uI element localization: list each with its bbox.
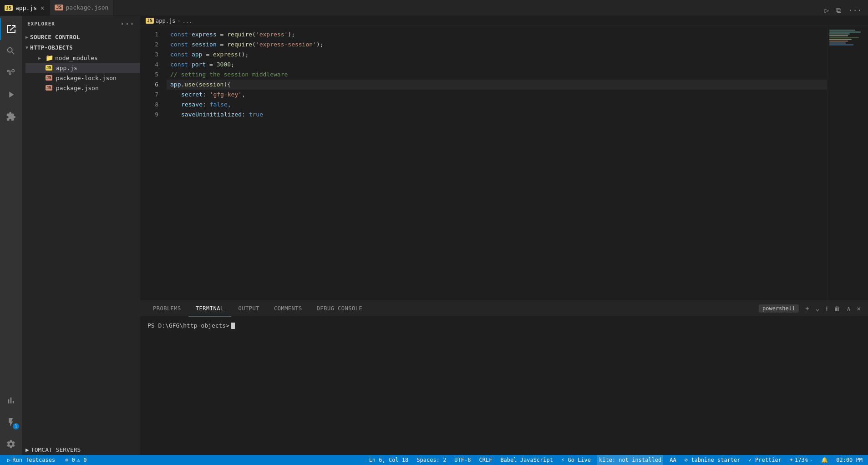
package-json-label: package.json bbox=[56, 85, 99, 91]
tab-debug-console[interactable]: DEBUG CONSOLE bbox=[310, 301, 370, 317]
tree-item-package-json[interactable]: JS package.json bbox=[25, 83, 140, 93]
tab-label-package-json: package.json bbox=[66, 4, 109, 11]
folder-icon-node-modules: 📁 bbox=[46, 54, 53, 61]
notification-button[interactable]: 🔔 bbox=[819, 455, 830, 465]
tabnine-button[interactable]: ⊘ tabnine starter bbox=[683, 455, 742, 465]
activity-item-settings[interactable] bbox=[0, 433, 22, 455]
activity-item-run[interactable] bbox=[0, 84, 22, 106]
tab-bar: JS app.js ✕ JS package.json ▷ ⧉ ··· bbox=[0, 0, 868, 16]
js-icon-sidebar: JS bbox=[46, 65, 52, 71]
http-objects-section[interactable]: ▼ HTTP-OBJECTS bbox=[22, 42, 140, 53]
tomcat-section[interactable]: ▶ TOMCAT SERVERS bbox=[22, 445, 140, 455]
run-testcases-button[interactable]: ▷ Run Testcases bbox=[4, 455, 59, 465]
json-icon-sidebar: JS bbox=[46, 85, 52, 91]
maximize-terminal-button[interactable]: ∧ bbox=[845, 304, 852, 313]
activity-item-extensions[interactable] bbox=[0, 106, 22, 127]
activity-item-explorer[interactable] bbox=[0, 18, 22, 40]
prettier-button[interactable]: ✓ Prettier bbox=[747, 455, 783, 465]
activity-item-search[interactable] bbox=[0, 40, 22, 62]
kite-button[interactable]: kite: not installed bbox=[597, 455, 663, 465]
tomcat-chevron: ▶ bbox=[25, 446, 29, 453]
breadcrumb: JS app.js › ... bbox=[140, 16, 868, 26]
main-area: 1 EXPLORER ··· ▶ SOURCE CONTROL ▼ HTTP-O… bbox=[0, 16, 868, 455]
sidebar-more-actions[interactable]: ··· bbox=[120, 20, 135, 28]
status-right: Ln 6, Col 18 Spaces: 2 UTF-8 CRLF Babel … bbox=[367, 455, 864, 465]
bell-icon: 🔔 bbox=[821, 457, 828, 463]
code-line-7: secret: 'gfg-key', bbox=[167, 90, 827, 100]
tree-item-package-lock[interactable]: JS package-lock.json bbox=[25, 73, 140, 83]
status-bar: ▷ Run Testcases ⊗ 0 ⚠ 0 Ln 6, Col 18 Spa… bbox=[0, 455, 868, 465]
terminal-prompt-text: PS D:\GFG\http-objects> bbox=[147, 322, 229, 329]
time-label: 02:00 PM bbox=[834, 455, 864, 465]
node-modules-chevron: ▶ bbox=[38, 56, 44, 61]
terminal-content[interactable]: PS D:\GFG\http-objects> bbox=[140, 317, 868, 455]
aa-button[interactable]: AA bbox=[668, 455, 678, 465]
sidebar-header: EXPLORER ··· bbox=[22, 16, 140, 32]
code-line-6: app.use(session({ bbox=[167, 80, 827, 90]
encoding-button[interactable]: UTF-8 bbox=[452, 455, 472, 465]
source-control-section[interactable]: ▶ SOURCE CONTROL bbox=[22, 32, 140, 42]
code-content[interactable]: const express = require('express'); cons… bbox=[163, 26, 827, 300]
code-line-3: const app = express(); bbox=[167, 50, 827, 60]
code-line-5: // setting the session middleware bbox=[167, 70, 827, 80]
terminal-cursor bbox=[231, 323, 235, 329]
aa-label: AA bbox=[670, 457, 676, 463]
spaces-button[interactable]: Spaces: 2 bbox=[415, 455, 448, 465]
line-col-label: Ln 6, Col 18 bbox=[369, 457, 409, 463]
go-live-label: ⚡ Go Live bbox=[561, 457, 591, 463]
trash-terminal-button[interactable]: 🗑 bbox=[832, 304, 842, 313]
tab-bar-actions: ▷ ⧉ ··· bbox=[822, 5, 868, 15]
json-icon-tab: JS bbox=[55, 5, 63, 10]
go-live-button[interactable]: ⚡ Go Live bbox=[559, 455, 593, 465]
tree-item-app-js[interactable]: JS app.js bbox=[25, 63, 140, 73]
tab-terminal[interactable]: TERMINAL bbox=[188, 301, 231, 317]
run-button[interactable]: ▷ bbox=[822, 5, 831, 15]
tab-comments-label: COMMENTS bbox=[274, 305, 302, 312]
code-line-9: saveUninitialized: true bbox=[167, 110, 827, 120]
breadcrumb-file[interactable]: app.js bbox=[156, 18, 175, 24]
editor-area: JS app.js › ... 1 2 3 4 5 6 7 8 9 const … bbox=[140, 16, 868, 455]
breadcrumb-sep: › bbox=[177, 18, 180, 24]
tree-item-node-modules[interactable]: ▶ 📁 node_modules bbox=[25, 53, 140, 63]
language-button[interactable]: Babel JavaScript bbox=[498, 455, 555, 465]
terminal-tabs: PROBLEMS TERMINAL OUTPUT COMMENTS DEBUG … bbox=[140, 301, 868, 317]
line-ending-label: CRLF bbox=[479, 457, 492, 463]
tab-close-app-js[interactable]: ✕ bbox=[40, 4, 45, 11]
tab-problems-label: PROBLEMS bbox=[153, 305, 181, 312]
sidebar: EXPLORER ··· ▶ SOURCE CONTROL ▼ HTTP-OBJ… bbox=[22, 16, 140, 455]
http-objects-chevron: ▼ bbox=[25, 45, 28, 50]
activity-item-source-control[interactable] bbox=[0, 62, 22, 84]
line-col-button[interactable]: Ln 6, Col 18 bbox=[367, 455, 411, 465]
split-terminal-button[interactable]: ⫲ bbox=[824, 304, 829, 313]
tab-package-json[interactable]: JS package.json bbox=[50, 0, 113, 15]
activity-bar: 1 bbox=[0, 16, 22, 455]
add-terminal-button[interactable]: + bbox=[803, 304, 811, 313]
tab-comments[interactable]: COMMENTS bbox=[267, 301, 310, 317]
prettier-label: ✓ Prettier bbox=[749, 457, 782, 463]
tab-app-js[interactable]: JS app.js ✕ bbox=[0, 0, 50, 15]
more-actions-button[interactable]: ··· bbox=[847, 5, 863, 15]
breadcrumb-js-icon: JS bbox=[146, 18, 154, 24]
terminal-chevron-button[interactable]: ⌄ bbox=[814, 304, 821, 313]
js-icon: JS bbox=[5, 5, 13, 11]
code-line-2: const session = require('express-session… bbox=[167, 40, 827, 50]
tab-output[interactable]: OUTPUT bbox=[231, 301, 267, 317]
tomcat-label: TOMCAT SERVERS bbox=[31, 446, 81, 453]
activity-item-lightning[interactable]: 1 bbox=[0, 411, 22, 433]
close-terminal-button[interactable]: ✕ bbox=[855, 304, 863, 313]
breadcrumb-dots[interactable]: ... bbox=[183, 18, 193, 24]
terminal-panel: PROBLEMS TERMINAL OUTPUT COMMENTS DEBUG … bbox=[140, 300, 868, 455]
code-line-4: const port = 3000; bbox=[167, 60, 827, 70]
warnings-label: ⚠ 0 bbox=[77, 457, 87, 463]
errors-button[interactable]: ⊗ 0 ⚠ 0 bbox=[63, 455, 88, 465]
time-display: 02:00 PM bbox=[836, 457, 863, 463]
activity-item-charts[interactable] bbox=[0, 389, 22, 411]
line-ending-button[interactable]: CRLF bbox=[477, 455, 494, 465]
sidebar-title: EXPLORER bbox=[27, 21, 55, 27]
tab-debug-console-label: DEBUG CONSOLE bbox=[317, 305, 362, 312]
zoom-label: 173% bbox=[795, 457, 808, 463]
split-editor-button[interactable]: ⧉ bbox=[834, 5, 843, 15]
code-editor[interactable]: 1 2 3 4 5 6 7 8 9 const express = requir… bbox=[140, 26, 868, 300]
zoom-control[interactable]: + 173% - bbox=[788, 455, 815, 465]
tab-problems[interactable]: PROBLEMS bbox=[146, 301, 188, 317]
